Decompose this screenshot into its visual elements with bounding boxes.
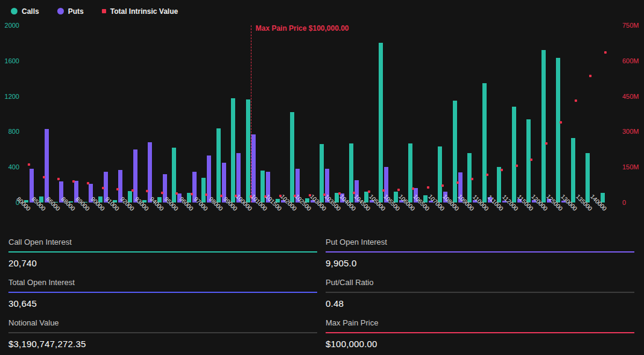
calls-bar[interactable] — [512, 107, 516, 203]
puts-bar[interactable] — [207, 156, 211, 203]
max-pain-chart[interactable]: 04008001200160020000150M300M450M600M750M… — [0, 18, 644, 230]
calls-bar[interactable] — [201, 178, 206, 203]
total-intrinsic-value-dot[interactable] — [338, 192, 341, 195]
total-intrinsic-value-dot[interactable] — [116, 188, 119, 190]
total-intrinsic-value-dot[interactable] — [102, 187, 104, 189]
legend-item-total-intrinsic-value[interactable]: Total Intrinsic Value — [102, 7, 178, 16]
total-intrinsic-value-dot[interactable] — [191, 193, 193, 195]
total-intrinsic-value-dot[interactable] — [486, 174, 488, 176]
right-axis-tick-label: 750M — [622, 22, 639, 29]
calls-bar[interactable] — [408, 143, 412, 203]
total-intrinsic-value-dot[interactable] — [220, 195, 223, 197]
chart-legend: Calls Puts Total Intrinsic Value — [0, 0, 644, 16]
stat-put-call-ratio-label: Put/Call Ratio — [326, 278, 634, 292]
stat-total-open-interest-value: 30,645 — [8, 293, 317, 309]
total-intrinsic-value-dot[interactable] — [43, 176, 45, 178]
total-intrinsic-value-dot[interactable] — [72, 180, 75, 183]
puts-bar[interactable] — [251, 134, 256, 203]
total-intrinsic-value-dot[interactable] — [57, 178, 60, 180]
stat-put-open-interest: Put Open Interest 9,905.0 — [326, 237, 634, 268]
stat-put-call-ratio: Put/Call Ratio 0.48 — [326, 278, 634, 309]
left-axis-tick-label: 2000 — [1, 22, 19, 29]
calls-bar[interactable] — [556, 58, 560, 203]
stat-call-open-interest: Call Open Interest 20,740 — [8, 237, 317, 268]
right-axis-tick-label: 450M — [622, 93, 639, 100]
total-intrinsic-value-dot[interactable] — [397, 189, 400, 191]
total-intrinsic-value-dot[interactable] — [575, 99, 577, 102]
calls-bar[interactable] — [246, 99, 250, 203]
max-pain-line — [251, 25, 251, 203]
calls-bar[interactable] — [231, 98, 235, 203]
total-intrinsic-value-dot[interactable] — [530, 159, 532, 161]
puts-bar[interactable] — [45, 129, 49, 203]
total-intrinsic-value-dot[interactable] — [456, 181, 459, 184]
total-intrinsic-value-dot[interactable] — [604, 51, 607, 54]
calls-bar[interactable] — [216, 128, 221, 203]
legend-item-puts[interactable]: Puts — [57, 7, 84, 16]
calls-bar[interactable] — [571, 138, 575, 203]
legend-item-calls[interactable]: Calls — [11, 7, 39, 16]
stat-call-open-interest-value: 20,740 — [8, 253, 317, 268]
legend-tiv-label: Total Intrinsic Value — [110, 7, 178, 16]
calls-series-icon — [11, 8, 17, 14]
left-axis-tick-label: 1200 — [1, 93, 19, 100]
stat-put-open-interest-value: 9,905.0 — [326, 253, 634, 268]
calls-bar[interactable] — [453, 101, 457, 203]
total-intrinsic-value-dot[interactable] — [516, 165, 518, 167]
stats-panel: Call Open Interest 20,740 Put Open Inter… — [0, 230, 644, 349]
calls-bar[interactable] — [586, 153, 590, 203]
stat-max-pain-price-label: Max Pain Price — [326, 318, 634, 332]
stat-notional-value-label: Notional Value — [8, 318, 317, 332]
calls-bar[interactable] — [482, 83, 487, 203]
total-intrinsic-value-dot[interactable] — [500, 169, 503, 171]
stat-put-call-ratio-value: 0.48 — [326, 293, 634, 309]
total-intrinsic-value-dot[interactable] — [28, 163, 30, 166]
legend-puts-label: Puts — [68, 7, 84, 16]
left-axis-tick-label: 800 — [1, 128, 19, 135]
stat-total-open-interest: Total Open Interest 30,645 — [8, 278, 317, 309]
stat-max-pain-price: Max Pain Price $100,000.00 — [326, 318, 634, 349]
left-axis-tick-label: 1600 — [1, 57, 19, 64]
total-intrinsic-value-dot[interactable] — [175, 192, 178, 195]
calls-bar[interactable] — [541, 50, 546, 203]
stat-notional-value-value: $3,190,747,272.35 — [8, 333, 317, 349]
total-intrinsic-value-dot[interactable] — [427, 186, 429, 189]
x-axis-strike-label: 110000 — [472, 193, 490, 212]
right-axis-tick-label: 150M — [622, 163, 639, 171]
stat-notional-value: Notional Value $3,190,747,272.35 — [8, 318, 317, 349]
left-axis-tick-label: 400 — [1, 163, 19, 171]
total-intrinsic-value-dot[interactable] — [560, 121, 562, 124]
total-intrinsic-value-series-icon — [102, 9, 106, 13]
calls-bar[interactable] — [379, 43, 383, 203]
total-intrinsic-value-dot[interactable] — [471, 178, 473, 180]
max-pain-label: Max Pain Price $100,000.00 — [256, 24, 349, 33]
legend-calls-label: Calls — [22, 7, 39, 16]
puts-series-icon — [57, 8, 64, 14]
total-intrinsic-value-dot[interactable] — [87, 182, 89, 184]
stat-total-open-interest-label: Total Open Interest — [8, 278, 317, 292]
calls-bar[interactable] — [290, 112, 294, 203]
right-axis-tick-label: 600M — [622, 57, 639, 64]
total-intrinsic-value-dot[interactable] — [161, 192, 163, 194]
total-intrinsic-value-dot[interactable] — [353, 192, 355, 194]
total-intrinsic-value-dot[interactable] — [441, 184, 444, 187]
total-intrinsic-value-dot[interactable] — [131, 189, 134, 192]
puts-bar[interactable] — [133, 149, 137, 203]
total-intrinsic-value-dot[interactable] — [146, 190, 148, 192]
puts-bar[interactable] — [148, 142, 152, 203]
total-intrinsic-value-dot[interactable] — [545, 142, 548, 145]
calls-bar[interactable] — [497, 167, 501, 203]
right-axis-tick-label: 300M — [622, 128, 639, 135]
calls-bar[interactable] — [438, 146, 442, 203]
stat-max-pain-price-value: $100,000.00 — [326, 333, 634, 349]
x-axis-strike-label: 140000 — [589, 193, 608, 212]
stat-call-open-interest-label: Call Open Interest — [8, 237, 317, 251]
total-intrinsic-value-dot[interactable] — [589, 75, 592, 77]
total-intrinsic-value-dot[interactable] — [368, 190, 370, 193]
right-axis-tick-label: 0 — [622, 199, 626, 206]
stat-put-open-interest-label: Put Open Interest — [326, 237, 634, 251]
total-intrinsic-value-dot[interactable] — [412, 187, 414, 190]
